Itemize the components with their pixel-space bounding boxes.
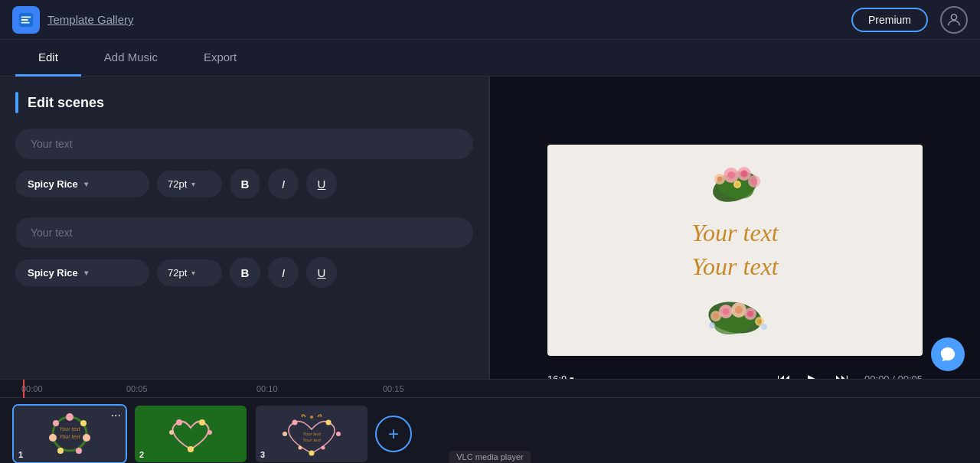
svg-point-32 xyxy=(66,413,74,421)
svg-point-29 xyxy=(709,322,715,328)
flower-top-decoration xyxy=(689,152,781,214)
tab-add-music[interactable]: Add Music xyxy=(81,40,181,77)
svg-point-16 xyxy=(736,182,740,186)
scene2-font-select[interactable]: Spicy Rice ▾ xyxy=(15,259,149,286)
chat-bubble-button[interactable] xyxy=(931,337,965,371)
svg-point-47 xyxy=(326,420,332,426)
edit-scenes-header: Edit scenes xyxy=(15,92,473,113)
vlc-label: VLC media player xyxy=(449,451,531,463)
svg-point-36 xyxy=(57,448,64,454)
svg-point-34 xyxy=(83,434,90,442)
scene2-italic-button[interactable]: I xyxy=(268,257,299,288)
thumb-number-2: 2 xyxy=(139,450,144,459)
ruler-mark-15: 00:15 xyxy=(383,384,404,393)
svg-point-33 xyxy=(80,420,87,426)
chevron-down-icon: ▾ xyxy=(191,180,195,188)
scene1-underline-button[interactable]: U xyxy=(306,168,337,199)
chevron-down-icon: ▾ xyxy=(84,269,88,277)
svg-point-45 xyxy=(188,446,194,452)
svg-text:Your text: Your text xyxy=(302,438,321,442)
svg-point-44 xyxy=(207,430,212,435)
thumb-number-1: 1 xyxy=(18,450,23,459)
template-gallery-link[interactable]: Template Gallery xyxy=(47,13,134,26)
svg-point-52 xyxy=(322,446,325,450)
preview-canvas: Your text Your text xyxy=(547,145,923,356)
svg-point-24 xyxy=(747,311,753,317)
svg-text:Your text: Your text xyxy=(59,426,81,432)
svg-point-14 xyxy=(751,178,757,184)
tab-bar: Edit Add Music Export xyxy=(0,40,980,77)
scene1-font-controls: Spicy Rice ▾ 72pt ▾ B I U xyxy=(15,168,473,199)
scene2-font-controls: Spicy Rice ▾ 72pt ▾ B I U xyxy=(15,257,473,288)
svg-point-55 xyxy=(310,416,313,419)
scene1-bold-button[interactable]: B xyxy=(230,168,260,199)
preview-text-area: Your text Your text xyxy=(691,216,779,285)
preview-text-line1: Your text xyxy=(691,216,779,250)
chevron-down-icon: ▾ xyxy=(191,269,195,277)
scene1-text-input[interactable] xyxy=(15,129,473,159)
svg-point-38 xyxy=(53,420,59,426)
ruler-mark-0: 00:00 xyxy=(21,384,43,393)
svg-point-35 xyxy=(76,448,82,454)
svg-text:Your text: Your text xyxy=(302,432,321,436)
svg-rect-3 xyxy=(21,21,30,23)
scene1-size-select[interactable]: 72pt ▾ xyxy=(157,171,222,197)
svg-point-50 xyxy=(309,451,315,456)
header: Template Gallery Premium xyxy=(0,0,980,40)
svg-point-51 xyxy=(299,446,302,450)
svg-text:Your text: Your text xyxy=(59,434,81,439)
svg-point-37 xyxy=(49,434,57,442)
thumb-number-3: 3 xyxy=(260,450,265,459)
avatar[interactable] xyxy=(940,6,968,34)
flower-bottom-decoration xyxy=(689,295,781,348)
svg-point-43 xyxy=(169,430,174,435)
svg-point-20 xyxy=(723,308,730,315)
timeline-thumb-1[interactable]: Your text Your text 1 ··· xyxy=(12,404,127,463)
svg-point-10 xyxy=(741,170,748,177)
tab-export[interactable]: Export xyxy=(181,40,260,77)
tab-edit[interactable]: Edit xyxy=(15,40,81,77)
thumb-bg-1: Your text Your text xyxy=(14,406,126,462)
scene2-bold-button[interactable]: B xyxy=(230,257,260,288)
ruler-mark-10: 00:10 xyxy=(256,384,278,393)
svg-point-42 xyxy=(199,419,205,426)
scene1-italic-button[interactable]: I xyxy=(268,168,299,199)
edit-scenes-title: Edit scenes xyxy=(28,95,104,111)
svg-point-26 xyxy=(714,313,719,318)
timeline: 00:00 00:05 00:10 00:15 xyxy=(0,379,980,463)
preview-text-line2: Your text xyxy=(691,250,779,285)
premium-button[interactable]: Premium xyxy=(851,8,928,32)
svg-point-22 xyxy=(735,306,743,314)
chat-icon xyxy=(939,346,956,363)
app-logo xyxy=(12,6,40,34)
chevron-down-icon: ▾ xyxy=(84,180,88,188)
timeline-ruler: 00:00 00:05 00:10 00:15 xyxy=(0,380,980,398)
timeline-thumb-3[interactable]: Your text Your text 3 xyxy=(254,404,369,463)
svg-point-8 xyxy=(727,171,735,179)
blue-accent-bar xyxy=(15,92,18,113)
svg-point-48 xyxy=(283,432,287,436)
svg-point-4 xyxy=(951,14,956,19)
svg-point-12 xyxy=(717,176,723,181)
thumb-bg-2 xyxy=(135,406,247,462)
scene2-text-input[interactable] xyxy=(15,217,473,248)
scene2-underline-button[interactable]: U xyxy=(306,257,337,288)
svg-rect-1 xyxy=(21,16,31,18)
svg-point-30 xyxy=(761,324,767,330)
svg-point-46 xyxy=(292,420,298,426)
svg-point-41 xyxy=(176,419,182,426)
scene2-size-select[interactable]: 72pt ▾ xyxy=(157,259,222,286)
ruler-mark-5: 00:05 xyxy=(126,384,148,393)
timeline-thumb-2[interactable]: 2 xyxy=(133,404,248,463)
scene1-font-select[interactable]: Spicy Rice ▾ xyxy=(15,171,149,197)
thumb-bg-3: Your text Your text xyxy=(256,406,368,462)
svg-rect-2 xyxy=(21,19,28,21)
svg-point-49 xyxy=(336,432,341,436)
add-scene-button[interactable]: + xyxy=(375,416,412,452)
thumb-menu-icon-1[interactable]: ··· xyxy=(111,409,121,422)
svg-point-28 xyxy=(757,319,762,324)
